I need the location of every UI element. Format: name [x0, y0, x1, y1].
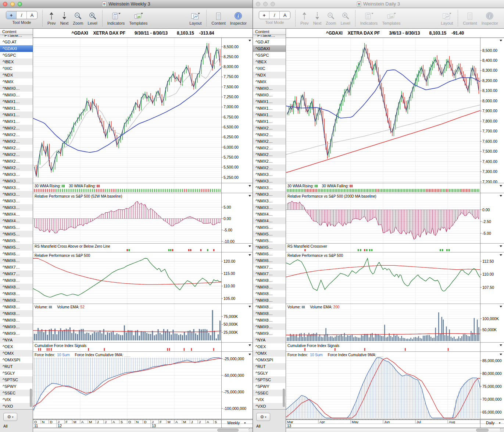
sidebar-item-nmx3[interactable]: ^NMX3…	[253, 178, 286, 184]
sidebar-item-ixic[interactable]: ^IXIC	[253, 65, 286, 72]
sidebar-item-nmx8[interactable]: ^NMX8…	[0, 277, 33, 284]
sidebar-item-nmx8[interactable]: ^NMX8…	[0, 297, 33, 304]
sidebar-item-spwy[interactable]: ^SPWY	[253, 383, 286, 390]
sidebar-item-sgly[interactable]: ^SGLY	[253, 370, 286, 376]
pointer-tool-segment[interactable]: +	[259, 11, 269, 19]
line-tool-segment[interactable]: /	[17, 11, 27, 19]
sidebar-item-ibex[interactable]: ^IBEX	[253, 59, 286, 65]
sidebar-item-gdat[interactable]: ^GD.AT	[0, 39, 33, 45]
sidebar-item-nya[interactable]: ^NYA	[0, 337, 33, 343]
sidebar-item-nmx5[interactable]: ^NMX5…	[0, 231, 33, 237]
sidebar-item-nmx7[interactable]: ^NMX7…	[0, 264, 33, 270]
sidebar-item-oex[interactable]: ^OEX	[0, 343, 33, 350]
sidebar-item-ssec[interactable]: ^SSEC	[0, 390, 33, 396]
sidebar-item-sptsc[interactable]: ^SPTSC	[0, 376, 33, 383]
sidebar-item-nmx3[interactable]: ^NMX3…	[0, 191, 33, 198]
sidebar-item-nmx2[interactable]: ^NMX2…	[0, 145, 33, 151]
sidebar-item-gdaxi[interactable]: ^GDAXI	[0, 45, 33, 52]
pointer-tool-segment[interactable]: +	[6, 11, 17, 19]
sidebar-item-ftsem[interactable]: ^FTSEM…	[0, 35, 33, 39]
sidebar-item-nmx3[interactable]: ^NMX3…	[0, 184, 33, 191]
zoom-level-button[interactable]: Level	[87, 9, 97, 25]
sidebar-item-nmx8[interactable]: ^NMX8…	[0, 290, 33, 297]
sidebar-item-nmx2[interactable]: ^NMX2…	[253, 158, 286, 164]
sidebar-item-nmx1[interactable]: ^NMX1…	[253, 118, 286, 125]
sidebar-item-nmx8[interactable]: ^NMX8…	[253, 317, 286, 323]
sidebar-item-nmx1[interactable]: ^NMX1…	[0, 111, 33, 118]
sidebar-item-ndx[interactable]: ^NDX	[253, 72, 286, 78]
sidebar-item-nmx9[interactable]: ^NMX9…	[253, 330, 286, 337]
sidebar-item-nmx9[interactable]: ^NMX9…	[0, 323, 33, 330]
sidebar-item-nmx2[interactable]: ^NMX2…	[253, 164, 286, 171]
sidebar-item-rut[interactable]: ^RUT	[0, 363, 33, 370]
sidebar-item-nmx1[interactable]: ^NMX1…	[0, 118, 33, 125]
sidebar-item-nmx3[interactable]: ^NMX3…	[253, 184, 286, 191]
sidebar-item-nmx0[interactable]: ^NMX0…	[0, 92, 33, 98]
sidebar-item-nmx8[interactable]: ^NMX8…	[0, 317, 33, 323]
sidebar-item-nmx8[interactable]: ^NMX8…	[253, 277, 286, 284]
sidebar-item-nmx8[interactable]: ^NMX8…	[253, 304, 286, 310]
periodicity-selector[interactable]: Daily▾	[486, 421, 500, 425]
sidebar-item-nmx4[interactable]: ^NMX4…	[253, 217, 286, 224]
sidebar-item-nmx5[interactable]: ^NMX5…	[0, 244, 33, 251]
sidebar-item-nmx5[interactable]: ^NMX5…	[253, 244, 286, 251]
sidebar-item-nmx7[interactable]: ^NMX7…	[253, 270, 286, 277]
sidebar-item-oex[interactable]: ^OEX	[253, 343, 286, 350]
sidebar-item-nmx6[interactable]: ^NMX6…	[253, 257, 286, 264]
sidebar-item-nmx3[interactable]: ^NMX3…	[253, 171, 286, 178]
sidebar-item-vix[interactable]: ^VIX	[0, 396, 33, 403]
sidebar-item-nmx7[interactable]: ^NMX7…	[253, 264, 286, 270]
sidebar-item-nmx0[interactable]: ^NMX0…	[0, 85, 33, 92]
sidebar-item-omxspi[interactable]: ^OMXSPI	[253, 357, 286, 363]
sidebar-item-nmx8[interactable]: ^NMX8…	[253, 310, 286, 317]
sidebar-item-nmx1[interactable]: ^NMX1…	[0, 98, 33, 105]
horizontal-scrollbar[interactable]	[286, 428, 504, 432]
symbol-list[interactable]: ^FTSEM…^GD.AT^GDAXI^GSPC^IBEX^IXIC^NDX^N…	[0, 35, 33, 410]
sidebar-item-nmx0[interactable]: ^NMX0…	[253, 92, 286, 98]
sidebar-item-ssec[interactable]: ^SSEC	[253, 390, 286, 396]
inspector-button[interactable]: iInspector	[230, 9, 247, 25]
horizontal-scrollbar-thumb[interactable]	[217, 429, 239, 432]
chart-area[interactable]: 8,500.008,400.008,300.008,200.008,100.00…	[286, 38, 504, 428]
sidebar-item-omx[interactable]: ^OMX	[0, 350, 33, 357]
sidebar-item-nmx1[interactable]: ^NMX1…	[253, 105, 286, 111]
sidebar-item-nmx3[interactable]: ^NMX3…	[0, 198, 33, 204]
sidebar-item-nmx8[interactable]: ^NMX8…	[0, 284, 33, 290]
sidebar-item-nmx3[interactable]: ^NMX3…	[253, 204, 286, 211]
sidebar-item-nmx2[interactable]: ^NMX2…	[253, 151, 286, 158]
sidebar-item-gdat[interactable]: ^GD.AT	[253, 39, 286, 45]
sidebar-item-nmx8[interactable]: ^NMX8…	[253, 297, 286, 304]
sidebar-item-nmx8[interactable]: ^NMX8…	[253, 284, 286, 290]
close-button[interactable]	[3, 2, 7, 6]
sidebar-item-nmx3[interactable]: ^NMX3…	[0, 204, 33, 211]
sidebar-item-nmx6[interactable]: ^NMX6…	[253, 251, 286, 257]
layout-menu-button[interactable]: Layout	[441, 9, 453, 25]
sidebar-item-ndx[interactable]: ^NDX	[0, 72, 33, 78]
sidebar-item-sptsc[interactable]: ^SPTSC	[253, 376, 286, 383]
layout-menu-button[interactable]: Layout	[189, 9, 201, 25]
sidebar-item-nmx2[interactable]: ^NMX2…	[0, 138, 33, 145]
zoom-out-button[interactable]: Zoom	[73, 9, 83, 25]
sidebar-item-nmx9[interactable]: ^NMX9…	[0, 330, 33, 337]
sidebar-item-nmx5[interactable]: ^NMX5…	[0, 224, 33, 231]
text-tool-segment[interactable]: A	[27, 11, 37, 19]
sidebar-item-gspc[interactable]: ^GSPC	[0, 52, 33, 59]
horizontal-scrollbar-thumb[interactable]	[476, 429, 489, 432]
sidebar-item-nmx3[interactable]: ^NMX3…	[0, 171, 33, 178]
resize-grip[interactable]	[500, 428, 504, 432]
sidebar-item-nmx5[interactable]: ^NMX5…	[253, 224, 286, 231]
sidebar-item-nmx8[interactable]: ^NMX8…	[253, 290, 286, 297]
sidebar-item-ftsem[interactable]: ^FTSEM…	[253, 35, 286, 39]
sidebar-item-nmx5[interactable]: ^NMX5…	[253, 237, 286, 244]
sidebar-item-nmx8[interactable]: ^NMX8…	[0, 304, 33, 310]
zoom-out-button[interactable]: Zoom	[326, 9, 336, 25]
chart-area[interactable]: 8,500.008,250.008,000.007,750.007,500.00…	[33, 38, 253, 428]
indicators-menu-button[interactable]: Indicators	[107, 9, 125, 25]
sidebar-item-nmx4[interactable]: ^NMX4…	[0, 211, 33, 217]
sidebar-item-ibex[interactable]: ^IBEX	[0, 59, 33, 65]
sidebar-item-gdaxi[interactable]: ^GDAXI	[253, 45, 286, 52]
sidebar-item-ixic[interactable]: ^IXIC	[0, 65, 33, 72]
zoom-window-button[interactable]	[271, 2, 275, 6]
content-button[interactable]: Content	[463, 9, 477, 25]
line-tool-segment[interactable]: /	[269, 11, 280, 19]
